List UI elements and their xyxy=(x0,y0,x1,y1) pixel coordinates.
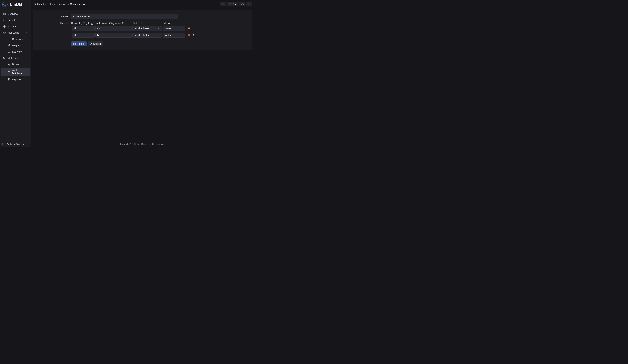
github-button[interactable] xyxy=(239,1,245,6)
cancel-label: Cancel xyxy=(93,42,101,45)
breadcrumb-link-logic-database[interactable]: Logic Database xyxy=(50,3,67,5)
sidebar: LinDB Overview Search Explore Monitoring xyxy=(0,0,31,147)
brand[interactable]: LinDB xyxy=(0,0,31,9)
svg-line-23 xyxy=(8,64,9,65)
svg-rect-4 xyxy=(3,14,4,15)
svg-rect-2 xyxy=(3,13,4,14)
router-label: Router* xyxy=(38,22,71,25)
translate-icon xyxy=(229,3,232,5)
sidebar-item-label: Overview xyxy=(8,12,18,15)
home-icon[interactable] xyxy=(33,3,36,5)
sidebar-item-monitoring[interactable]: Monitoring xyxy=(1,30,30,36)
dashboard-icon xyxy=(3,12,6,15)
send-icon xyxy=(7,44,10,47)
main: Metadata / Logic Database / Configuratio… xyxy=(31,0,254,147)
sidebar-nav: Overview Search Explore Monitoring Dashb… xyxy=(0,9,31,141)
sidebar-item-logic-database[interactable]: Logic Database xyxy=(1,68,30,76)
route-values-input[interactable] xyxy=(95,33,133,38)
svg-point-6 xyxy=(3,19,5,21)
database-input[interactable] xyxy=(162,33,185,38)
database-input[interactable] xyxy=(162,26,185,31)
collapse-sidebar-button[interactable]: Collapse Sidebar xyxy=(0,141,31,147)
svg-point-21 xyxy=(8,65,8,66)
plus-circle-icon xyxy=(193,34,196,36)
chevron-down-icon xyxy=(26,57,28,59)
sidebar-item-broker[interactable]: Broker xyxy=(1,61,30,67)
sidebar-item-dashboard[interactable]: Dashboard xyxy=(1,36,30,42)
language-label: EN xyxy=(233,3,236,5)
sidebar-item-logview[interactable]: Log View xyxy=(1,49,30,55)
breadcrumb-link-metadata[interactable]: Metadata xyxy=(37,3,47,5)
brokers-select[interactable]: /lindb-cluster xyxy=(133,26,162,31)
sidebar-item-label: Log View xyxy=(12,50,22,53)
svg-point-25 xyxy=(8,71,10,71)
sidebar-item-explore[interactable]: Explore xyxy=(1,23,30,29)
theme-toggle-button[interactable] xyxy=(220,1,226,6)
language-select[interactable]: EN xyxy=(227,1,238,6)
breadcrumb-current: Configuration xyxy=(70,3,84,5)
sidebar-item-label: Broker xyxy=(12,63,19,66)
svg-rect-3 xyxy=(4,13,5,14)
save-icon xyxy=(73,43,76,45)
svg-point-8 xyxy=(3,25,5,27)
svg-point-20 xyxy=(9,63,9,64)
sidebar-item-meta-explore[interactable]: Explore xyxy=(1,76,30,82)
monitor-icon xyxy=(3,31,6,34)
sidebar-collapse-icon xyxy=(2,143,5,146)
col-header-route-key: Route Key(Tag Key)* xyxy=(71,22,95,25)
required-marker: * xyxy=(68,15,69,18)
help-button[interactable] xyxy=(246,1,252,6)
sidebar-item-request[interactable]: Request xyxy=(1,42,30,48)
remove-row-button[interactable] xyxy=(187,27,191,30)
sidebar-item-label: Explore xyxy=(8,25,16,28)
breadcrumb-sep: / xyxy=(48,3,49,5)
search-icon xyxy=(3,19,6,22)
database-icon xyxy=(7,70,10,73)
route-key-input[interactable] xyxy=(72,26,95,31)
submit-button[interactable]: Submit xyxy=(71,41,87,46)
svg-marker-9 xyxy=(4,26,5,27)
remove-row-button[interactable] xyxy=(187,33,191,37)
collapse-sidebar-label: Collapse Sidebar xyxy=(7,143,24,146)
topbar: Metadata / Logic Database / Configuratio… xyxy=(31,0,254,8)
col-header-route-values: Route Values(Tag Values)* xyxy=(95,22,133,25)
route-values-input[interactable] xyxy=(95,26,133,31)
svg-rect-14 xyxy=(8,39,9,40)
gear-icon xyxy=(3,57,6,60)
cancel-button[interactable]: Cancel xyxy=(88,41,103,46)
github-icon xyxy=(241,3,243,5)
question-icon xyxy=(248,3,250,5)
sidebar-item-label: Metadata xyxy=(8,57,18,60)
sidebar-item-label: Dashboard xyxy=(12,38,24,41)
svg-rect-5 xyxy=(4,14,5,15)
submit-label: Submit xyxy=(77,42,84,45)
route-key-input[interactable] xyxy=(72,33,95,38)
sidebar-item-label: Explore xyxy=(12,78,20,81)
name-input[interactable] xyxy=(71,14,178,19)
svg-point-1 xyxy=(3,3,6,6)
svg-rect-13 xyxy=(9,38,10,39)
svg-point-22 xyxy=(9,65,10,66)
sidebar-item-search[interactable]: Search xyxy=(1,17,30,23)
nodes-icon xyxy=(7,63,10,66)
required-marker: * xyxy=(68,22,69,25)
compass-icon xyxy=(3,25,6,28)
breadcrumb: Metadata / Logic Database / Configuratio… xyxy=(33,3,85,5)
breadcrumb-sep: / xyxy=(68,3,69,5)
svg-rect-15 xyxy=(9,39,10,40)
minus-circle-icon xyxy=(188,27,190,30)
brokers-select[interactable]: /lindb-cluster xyxy=(133,33,162,38)
minus-circle-icon xyxy=(188,34,190,36)
sidebar-item-overview[interactable]: Overview xyxy=(1,11,30,17)
svg-line-7 xyxy=(5,21,5,21)
sidebar-item-label: Request xyxy=(12,44,21,47)
sidebar-item-metadata[interactable]: Metadata xyxy=(1,55,30,61)
chevron-down-icon xyxy=(26,32,28,34)
svg-line-24 xyxy=(9,64,10,65)
brokers-value: /lindb-cluster xyxy=(135,34,149,36)
target-icon xyxy=(7,78,10,81)
col-header-brokers: Brokers* xyxy=(133,22,162,25)
col-header-database: Database xyxy=(162,22,185,25)
svg-point-26 xyxy=(8,78,10,80)
add-row-button[interactable] xyxy=(193,33,196,37)
